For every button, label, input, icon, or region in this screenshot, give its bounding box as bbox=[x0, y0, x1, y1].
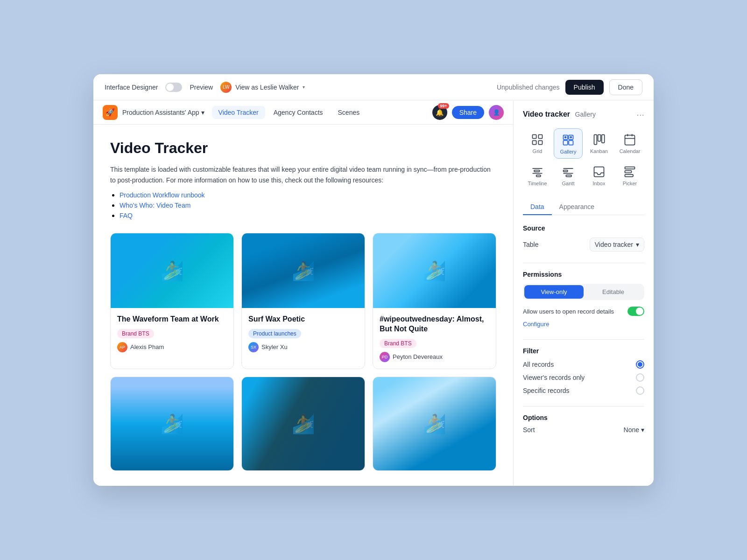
configure-link[interactable]: Configure bbox=[523, 321, 549, 328]
author-name: Skyler Xu bbox=[261, 343, 288, 350]
editable-button[interactable]: Editable bbox=[584, 285, 643, 299]
view-only-button[interactable]: View-only bbox=[524, 285, 584, 299]
calendar-icon bbox=[623, 133, 636, 146]
panel-tabs: Data Appearance bbox=[523, 199, 644, 215]
view-gallery-label: Gallery bbox=[560, 149, 577, 154]
done-button[interactable]: Done bbox=[609, 79, 642, 95]
page-content: Video Tracker This template is loaded wi… bbox=[93, 125, 513, 485]
top-bar: Interface Designer Preview LW View as Le… bbox=[93, 74, 654, 100]
card-tag: Product launches bbox=[248, 329, 301, 338]
view-icons: Grid Gallery Kanban bbox=[523, 128, 644, 190]
card-image-4 bbox=[111, 377, 233, 470]
svg-rect-26 bbox=[625, 167, 635, 169]
tab-data[interactable]: Data bbox=[523, 199, 552, 215]
nav-tab-scenes[interactable]: Scenes bbox=[331, 106, 366, 119]
gallery-card[interactable]: The Waveform Team at Work Brand BTS AP A… bbox=[110, 233, 234, 369]
source-select[interactable]: Video tracker ▾ bbox=[590, 238, 644, 252]
tab-appearance[interactable]: Appearance bbox=[552, 199, 602, 215]
card-image-3 bbox=[373, 233, 496, 308]
gallery-card[interactable] bbox=[241, 377, 365, 471]
card-image-6 bbox=[373, 377, 496, 470]
permissions-title: Permissions bbox=[523, 271, 644, 278]
view-timeline[interactable]: Timeline bbox=[523, 161, 552, 190]
preview-toggle[interactable] bbox=[165, 83, 182, 92]
gallery-grid: The Waveform Team at Work Brand BTS AP A… bbox=[110, 233, 496, 471]
view-inbox[interactable]: Inbox bbox=[585, 161, 613, 190]
nav-bar: 🚀 Production Assistants' App ▾ Video Tra… bbox=[93, 100, 513, 125]
view-picker[interactable]: Picker bbox=[615, 161, 644, 190]
card-author: SX Skyler Xu bbox=[248, 342, 358, 352]
filter-viewers-label: Viewer's records only bbox=[523, 374, 585, 381]
publish-button[interactable]: Publish bbox=[565, 80, 604, 95]
gallery-card[interactable]: #wipeoutwednesday: Almost, But Not Quite… bbox=[373, 233, 496, 369]
nav-tab-agency-contacts[interactable]: Agency Contacts bbox=[267, 106, 330, 119]
share-button[interactable]: Share bbox=[452, 106, 484, 119]
kanban-icon bbox=[592, 133, 606, 146]
nav-tab-video-tracker[interactable]: Video Tracker bbox=[212, 106, 265, 119]
gallery-card[interactable] bbox=[110, 377, 234, 471]
timeline-icon bbox=[531, 165, 544, 178]
card-title: #wipeoutwednesday: Almost, But Not Quite bbox=[380, 315, 489, 334]
svg-rect-13 bbox=[625, 135, 635, 145]
options-section: Options Sort None ▾ bbox=[523, 414, 644, 434]
page-links: Production Workflow runbook Who's Who: V… bbox=[110, 191, 496, 220]
view-as-selector[interactable]: LW View as Leslie Walker ▾ bbox=[220, 82, 305, 93]
filter-viewers-records[interactable]: Viewer's records only bbox=[523, 373, 644, 382]
radio-viewers-records[interactable] bbox=[636, 373, 644, 382]
list-item: Production Workflow runbook bbox=[120, 191, 496, 199]
link-faq[interactable]: FAQ bbox=[120, 212, 133, 219]
card-title: The Waveform Team at Work bbox=[117, 315, 227, 324]
view-calendar[interactable]: Calendar bbox=[615, 128, 644, 159]
link-workflow[interactable]: Production Workflow runbook bbox=[120, 191, 205, 199]
link-whos-who[interactable]: Who's Who: Video Team bbox=[120, 202, 190, 209]
list-item: FAQ bbox=[120, 211, 496, 220]
sort-value-select[interactable]: None ▾ bbox=[624, 426, 644, 434]
filter-section: Filter All records Viewer's records only… bbox=[523, 347, 644, 395]
inbox-icon bbox=[592, 165, 606, 178]
panel-more-icon[interactable]: ··· bbox=[636, 110, 644, 119]
panel-header: Video tracker Gallery ··· bbox=[523, 110, 644, 119]
panel-subtitle: Gallery bbox=[575, 111, 596, 118]
source-chevron-icon: ▾ bbox=[636, 241, 639, 248]
interface-designer-label: Interface Designer bbox=[105, 84, 158, 91]
card-body: #wipeoutwednesday: Almost, But Not Quite… bbox=[373, 308, 496, 369]
user-avatar[interactable]: 👤 bbox=[489, 105, 504, 120]
svg-rect-6 bbox=[564, 140, 568, 145]
view-grid[interactable]: Grid bbox=[523, 128, 552, 159]
page-description: This template is loaded with customizabl… bbox=[110, 164, 496, 185]
allow-text: Allow users to open record details bbox=[523, 308, 614, 315]
app-name[interactable]: Production Assistants' App ▾ bbox=[122, 109, 204, 116]
svg-rect-10 bbox=[594, 135, 597, 145]
filter-all-records[interactable]: All records bbox=[523, 360, 644, 369]
card-tag: Brand BTS bbox=[380, 339, 416, 348]
filter-title: Filter bbox=[523, 347, 644, 355]
view-gantt[interactable]: Gantt bbox=[554, 161, 583, 190]
gallery-card[interactable]: Surf Wax Poetic Product launches SX Skyl… bbox=[241, 233, 365, 369]
radio-specific-records[interactable] bbox=[636, 386, 644, 395]
svg-rect-11 bbox=[598, 135, 601, 141]
radio-all-records-inner bbox=[638, 362, 642, 367]
allow-toggle[interactable] bbox=[627, 307, 644, 316]
svg-point-9 bbox=[570, 136, 572, 139]
source-label: Table bbox=[523, 241, 538, 248]
view-kanban[interactable]: Kanban bbox=[585, 128, 613, 159]
svg-rect-25 bbox=[594, 167, 604, 177]
gallery-card[interactable] bbox=[373, 377, 496, 471]
author-name: Peyton Devereaux bbox=[393, 353, 443, 360]
source-row: Table Video tracker ▾ bbox=[523, 238, 644, 252]
list-item: Who's Who: Video Team bbox=[120, 201, 496, 210]
permissions-section: Permissions View-only Editable Allow use… bbox=[523, 271, 644, 328]
view-kanban-label: Kanban bbox=[590, 148, 608, 154]
options-title: Options bbox=[523, 414, 644, 421]
radio-all-records[interactable] bbox=[636, 360, 644, 369]
svg-rect-27 bbox=[625, 171, 632, 173]
grid-icon bbox=[531, 133, 544, 146]
notification-bell[interactable]: 🔔 99+ bbox=[432, 105, 447, 120]
author-name: Alexis Pham bbox=[130, 343, 164, 350]
card-body: The Waveform Team at Work Brand BTS AP A… bbox=[111, 308, 233, 359]
gantt-icon bbox=[562, 165, 575, 178]
view-gallery[interactable]: Gallery bbox=[554, 128, 583, 159]
app-window: Interface Designer Preview LW View as Le… bbox=[93, 74, 654, 485]
app-name-chevron-icon: ▾ bbox=[201, 109, 204, 116]
filter-specific-records[interactable]: Specific records bbox=[523, 386, 644, 395]
